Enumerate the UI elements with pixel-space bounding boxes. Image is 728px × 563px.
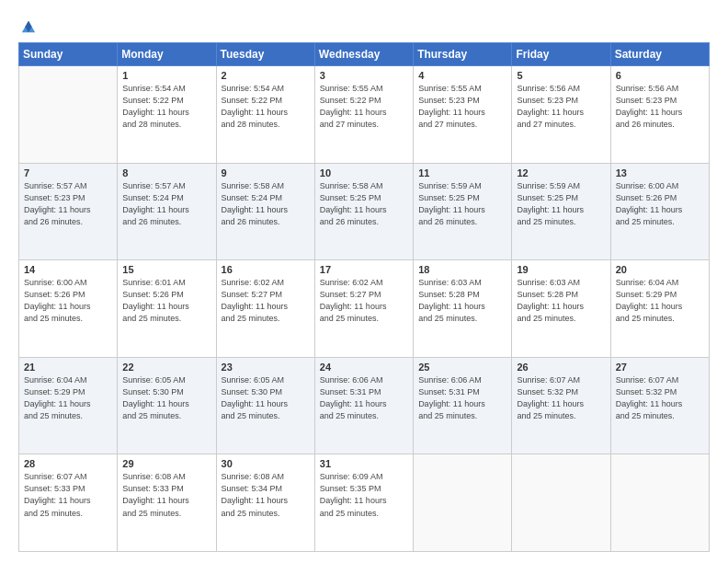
calendar-cell: 31Sunrise: 6:09 AMSunset: 5:35 PMDayligh… (314, 454, 413, 552)
day-info: Sunrise: 6:04 AMSunset: 5:29 PMDaylight:… (24, 374, 112, 422)
day-info: Sunrise: 6:05 AMSunset: 5:30 PMDaylight:… (122, 374, 210, 422)
day-info: Sunrise: 6:00 AMSunset: 5:26 PMDaylight:… (616, 180, 704, 228)
day-number: 22 (122, 362, 210, 373)
day-info: Sunrise: 5:56 AMSunset: 5:23 PMDaylight:… (616, 83, 704, 131)
calendar-cell: 17Sunrise: 6:02 AMSunset: 5:27 PMDayligh… (314, 260, 413, 358)
calendar-weekday-sunday: Sunday (19, 43, 118, 66)
logo-text (18, 18, 37, 39)
day-info: Sunrise: 5:56 AMSunset: 5:23 PMDaylight:… (517, 83, 605, 131)
day-number: 1 (122, 70, 210, 81)
calendar-cell: 2Sunrise: 5:54 AMSunset: 5:22 PMDaylight… (216, 66, 314, 164)
calendar-weekday-saturday: Saturday (610, 43, 709, 66)
calendar-cell: 30Sunrise: 6:08 AMSunset: 5:34 PMDayligh… (216, 454, 314, 552)
day-info: Sunrise: 6:07 AMSunset: 5:33 PMDaylight:… (24, 471, 112, 519)
day-number: 2 (222, 70, 310, 81)
day-number: 16 (222, 264, 310, 275)
calendar-cell: 18Sunrise: 6:03 AMSunset: 5:28 PMDayligh… (414, 260, 512, 358)
day-info: Sunrise: 6:07 AMSunset: 5:32 PMDaylight:… (517, 374, 605, 422)
calendar-cell: 11Sunrise: 5:59 AMSunset: 5:25 PMDayligh… (414, 163, 512, 260)
day-info: Sunrise: 6:01 AMSunset: 5:26 PMDaylight:… (122, 277, 210, 325)
calendar-header-row: SundayMondayTuesdayWednesdayThursdayFrid… (19, 43, 710, 66)
calendar-cell: 7Sunrise: 5:57 AMSunset: 5:23 PMDaylight… (19, 163, 118, 260)
day-info: Sunrise: 6:06 AMSunset: 5:31 PMDaylight:… (320, 374, 408, 422)
calendar-weekday-friday: Friday (512, 43, 610, 66)
day-info: Sunrise: 5:57 AMSunset: 5:23 PMDaylight:… (24, 180, 112, 228)
calendar-cell: 5Sunrise: 5:56 AMSunset: 5:23 PMDaylight… (512, 66, 610, 164)
day-info: Sunrise: 5:59 AMSunset: 5:25 PMDaylight:… (517, 180, 605, 228)
day-number: 31 (320, 458, 408, 469)
calendar-cell: 22Sunrise: 6:05 AMSunset: 5:30 PMDayligh… (118, 357, 216, 454)
day-number: 4 (418, 70, 506, 81)
day-info: Sunrise: 6:06 AMSunset: 5:31 PMDaylight:… (418, 374, 506, 422)
day-info: Sunrise: 5:58 AMSunset: 5:24 PMDaylight:… (222, 180, 310, 228)
calendar-cell: 19Sunrise: 6:03 AMSunset: 5:28 PMDayligh… (512, 260, 610, 358)
day-info: Sunrise: 6:09 AMSunset: 5:35 PMDaylight:… (320, 471, 408, 519)
day-number: 28 (24, 458, 112, 469)
calendar-week-row: 28Sunrise: 6:07 AMSunset: 5:33 PMDayligh… (19, 454, 710, 552)
calendar-cell: 12Sunrise: 5:59 AMSunset: 5:25 PMDayligh… (512, 163, 610, 260)
day-info: Sunrise: 5:55 AMSunset: 5:23 PMDaylight:… (418, 83, 506, 131)
day-info: Sunrise: 6:04 AMSunset: 5:29 PMDaylight:… (616, 277, 704, 325)
calendar-cell: 3Sunrise: 5:55 AMSunset: 5:22 PMDaylight… (314, 66, 413, 164)
day-number: 29 (122, 458, 210, 469)
calendar-cell: 21Sunrise: 6:04 AMSunset: 5:29 PMDayligh… (19, 357, 118, 454)
day-number: 24 (320, 362, 408, 373)
calendar-weekday-monday: Monday (118, 43, 216, 66)
calendar-cell: 15Sunrise: 6:01 AMSunset: 5:26 PMDayligh… (118, 260, 216, 358)
calendar-cell: 20Sunrise: 6:04 AMSunset: 5:29 PMDayligh… (610, 260, 709, 358)
day-number: 19 (517, 264, 605, 275)
day-number: 25 (418, 362, 506, 373)
page: SundayMondayTuesdayWednesdayThursdayFrid… (0, 0, 728, 563)
day-info: Sunrise: 5:54 AMSunset: 5:22 PMDaylight:… (122, 83, 210, 131)
calendar-week-row: 21Sunrise: 6:04 AMSunset: 5:29 PMDayligh… (19, 357, 710, 454)
logo-icon (20, 18, 37, 35)
calendar-cell: 8Sunrise: 5:57 AMSunset: 5:24 PMDaylight… (118, 163, 216, 260)
day-number: 27 (616, 362, 704, 373)
header (18, 15, 710, 39)
day-info: Sunrise: 5:59 AMSunset: 5:25 PMDaylight:… (418, 180, 506, 228)
day-number: 8 (122, 167, 210, 178)
day-number: 5 (517, 70, 605, 81)
calendar-cell (414, 454, 512, 552)
calendar-weekday-wednesday: Wednesday (314, 43, 413, 66)
day-info: Sunrise: 5:54 AMSunset: 5:22 PMDaylight:… (222, 83, 310, 131)
calendar-cell: 25Sunrise: 6:06 AMSunset: 5:31 PMDayligh… (414, 357, 512, 454)
calendar-cell: 27Sunrise: 6:07 AMSunset: 5:32 PMDayligh… (610, 357, 709, 454)
day-number: 30 (222, 458, 310, 469)
calendar-cell: 26Sunrise: 6:07 AMSunset: 5:32 PMDayligh… (512, 357, 610, 454)
day-info: Sunrise: 6:02 AMSunset: 5:27 PMDaylight:… (320, 277, 408, 325)
logo (18, 18, 37, 39)
day-number: 18 (418, 264, 506, 275)
day-info: Sunrise: 6:08 AMSunset: 5:33 PMDaylight:… (122, 471, 210, 519)
day-info: Sunrise: 6:00 AMSunset: 5:26 PMDaylight:… (24, 277, 112, 325)
day-number: 11 (418, 167, 506, 178)
day-number: 14 (24, 264, 112, 275)
calendar-cell: 1Sunrise: 5:54 AMSunset: 5:22 PMDaylight… (118, 66, 216, 164)
day-number: 26 (517, 362, 605, 373)
day-info: Sunrise: 6:07 AMSunset: 5:32 PMDaylight:… (616, 374, 704, 422)
day-number: 10 (320, 167, 408, 178)
calendar-cell: 6Sunrise: 5:56 AMSunset: 5:23 PMDaylight… (610, 66, 709, 164)
calendar-cell: 28Sunrise: 6:07 AMSunset: 5:33 PMDayligh… (19, 454, 118, 552)
day-info: Sunrise: 6:05 AMSunset: 5:30 PMDaylight:… (222, 374, 310, 422)
day-info: Sunrise: 5:58 AMSunset: 5:25 PMDaylight:… (320, 180, 408, 228)
calendar-cell: 14Sunrise: 6:00 AMSunset: 5:26 PMDayligh… (19, 260, 118, 358)
day-number: 6 (616, 70, 704, 81)
calendar-cell: 13Sunrise: 6:00 AMSunset: 5:26 PMDayligh… (610, 163, 709, 260)
day-info: Sunrise: 6:03 AMSunset: 5:28 PMDaylight:… (418, 277, 506, 325)
day-info: Sunrise: 5:57 AMSunset: 5:24 PMDaylight:… (122, 180, 210, 228)
day-number: 21 (24, 362, 112, 373)
day-info: Sunrise: 6:03 AMSunset: 5:28 PMDaylight:… (517, 277, 605, 325)
day-number: 17 (320, 264, 408, 275)
calendar-cell (19, 66, 118, 164)
calendar-cell: 24Sunrise: 6:06 AMSunset: 5:31 PMDayligh… (314, 357, 413, 454)
day-number: 3 (320, 70, 408, 81)
day-number: 15 (122, 264, 210, 275)
day-number: 9 (222, 167, 310, 178)
day-info: Sunrise: 5:55 AMSunset: 5:22 PMDaylight:… (320, 83, 408, 131)
calendar-cell: 10Sunrise: 5:58 AMSunset: 5:25 PMDayligh… (314, 163, 413, 260)
day-number: 7 (24, 167, 112, 178)
calendar-weekday-thursday: Thursday (414, 43, 512, 66)
calendar-weekday-tuesday: Tuesday (216, 43, 314, 66)
day-info: Sunrise: 6:08 AMSunset: 5:34 PMDaylight:… (222, 471, 310, 519)
